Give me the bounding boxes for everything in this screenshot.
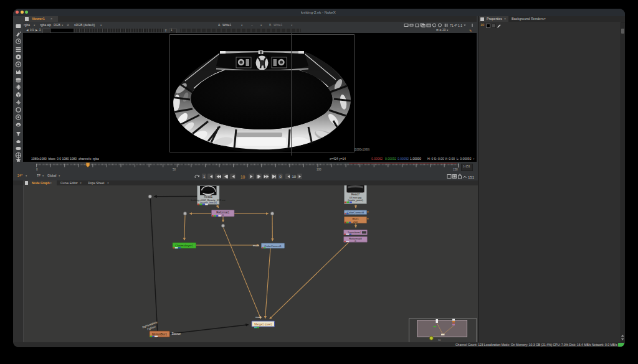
- svg-text:Merge1 (over): Merge1 (over): [254, 323, 272, 326]
- svg-text:10: 10: [240, 174, 245, 179]
- svg-text:MotionBlur1: MotionBlur1: [152, 333, 168, 336]
- svg-text:Chromakeyer1: Chromakeyer1: [175, 244, 193, 247]
- svg-text:ColorCorrect8: ColorCorrect8: [347, 211, 364, 214]
- svg-text:ColorCorrect1: ColorCorrect1: [264, 245, 282, 248]
- svg-text:(matte_paint): (matte_paint): [348, 198, 363, 202]
- svg-text:Transform1: Transform1: [348, 231, 362, 234]
- svg-text:151: 151: [468, 175, 475, 179]
- svg-text:30: 30: [438, 338, 441, 342]
- svg-text:Source: Source: [172, 332, 181, 335]
- svg-text:mask: mask: [253, 244, 260, 247]
- svg-text:71.4*: 71.4*: [450, 24, 457, 27]
- svg-text:mask: mask: [255, 315, 262, 319]
- svg-text:(scene_linear): (scene_linear): [200, 201, 217, 204]
- svg-text:1:1: 1:1: [458, 24, 462, 27]
- svg-text:10: 10: [292, 175, 297, 179]
- svg-text:2x0: 2x0: [353, 220, 358, 223]
